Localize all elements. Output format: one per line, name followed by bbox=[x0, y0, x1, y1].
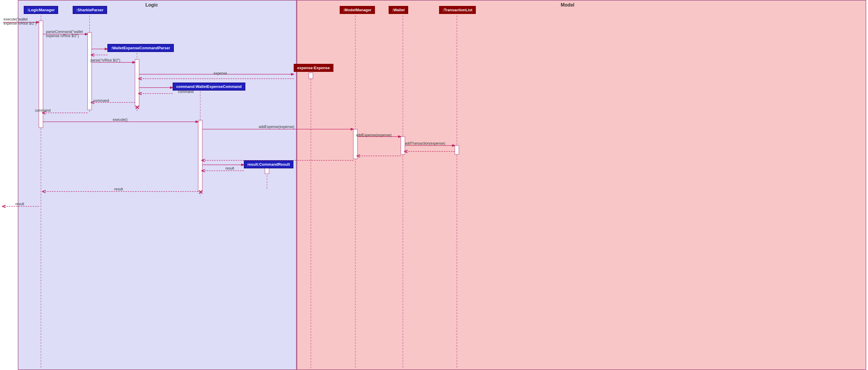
msg-command-return-parser: command bbox=[93, 98, 109, 103]
model-label: Model bbox=[561, 2, 574, 8]
msg-parsecommand: parseCommand("wallet bbox=[46, 30, 83, 34]
msg-addtransaction: addTransaction(expense) bbox=[405, 141, 445, 145]
actor-wallet: :Wallet bbox=[389, 6, 408, 14]
msg-expense: expense bbox=[214, 71, 227, 76]
object-expense: expense:Expense bbox=[294, 64, 334, 72]
object-commandresult: result:CommandResult bbox=[244, 160, 293, 168]
msg-parsecommand2: expense n/Rice $/2") bbox=[46, 34, 79, 38]
actor-logicmanager: :LogicManager bbox=[24, 6, 58, 14]
model-region bbox=[297, 0, 866, 370]
msg-result-final: result bbox=[16, 202, 24, 206]
msg-addexpense: addExpense(expense) bbox=[259, 125, 294, 129]
msg-execute-call: execute() bbox=[113, 118, 128, 122]
destroy-walletparser: ✕ bbox=[135, 104, 140, 111]
actor-modelmanager: :ModelManager bbox=[340, 6, 375, 14]
msg-execute2: expense n/Rice $/2") bbox=[4, 21, 36, 26]
actor-sharkieparser: :SharkieParser bbox=[73, 6, 107, 14]
logic-label: Logic bbox=[145, 2, 158, 8]
msg-addexpense2: addExpense(expense) bbox=[356, 133, 392, 137]
msg-command-return-logic: command bbox=[35, 108, 51, 113]
sequence-diagram: Logic Model :LogicManager :SharkieParser… bbox=[0, 0, 868, 370]
destroy-walletcommand: ✕ bbox=[198, 189, 203, 196]
msg-parse: parse("n/Rice $/2") bbox=[91, 58, 120, 62]
object-walletexpensecommandparser: :WalletExpenseCommandParser bbox=[107, 44, 174, 52]
msg-execute: execute("wallet bbox=[4, 17, 28, 21]
actor-transactionlist: :TransactionList bbox=[439, 6, 476, 14]
msg-result-create: result bbox=[225, 166, 234, 170]
msg-result-return: result bbox=[114, 187, 123, 191]
object-walletexpensecommand: command:WalletExpenseCommand bbox=[173, 83, 245, 91]
logic-region bbox=[18, 0, 297, 370]
